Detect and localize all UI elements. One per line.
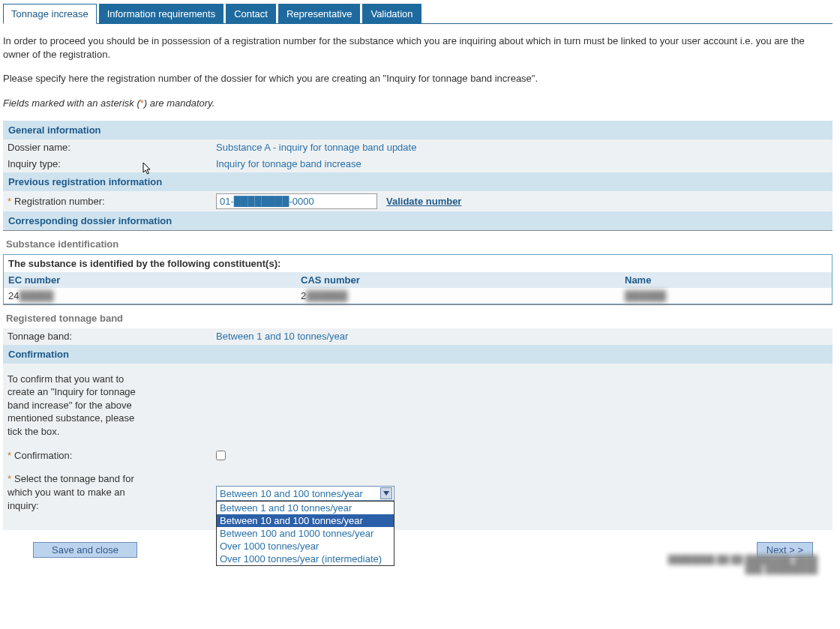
inquiry-type-label: Inquiry type:: [8, 158, 216, 169]
chevron-down-icon: [380, 487, 392, 499]
tonnage-band-dropdown[interactable]: Between 10 and 100 tonnes/year: [216, 486, 394, 501]
confirmation-checkbox[interactable]: [216, 451, 226, 460]
tab-validation[interactable]: Validation: [362, 4, 421, 24]
col-header-name: Name: [620, 272, 832, 288]
dropdown-list: Between 1 and 10 tonnes/year Between 10 …: [216, 501, 394, 566]
intro-paragraph-2: Please specify here the registration num…: [3, 72, 832, 85]
save-and-close-button[interactable]: Save and close: [33, 542, 137, 558]
dropdown-option[interactable]: Over 1000 tonnes/year (intermediate): [217, 553, 394, 565]
inquiry-type-value: Inquiry for tonnage band increase: [216, 158, 362, 169]
tab-bar: Tonnage increase Information requirement…: [3, 3, 832, 24]
table-row: 24█████ 2██████ ██████: [4, 288, 832, 304]
tab-representative[interactable]: Representative: [278, 4, 360, 24]
dropdown-option[interactable]: Between 100 and 1000 tonnes/year: [217, 527, 394, 540]
substance-identification-header: Substance identification: [3, 231, 832, 254]
validate-number-link[interactable]: Validate number: [386, 196, 461, 207]
dossier-name-value: Substance A - inquiry for tonnage band u…: [216, 142, 416, 153]
registration-number-input[interactable]: [216, 193, 377, 209]
section-general-information: General information: [3, 121, 832, 139]
tonnage-band-value: Between 1 and 10 tonnes/year: [216, 331, 348, 342]
col-header-ec: EC number: [4, 272, 296, 288]
intro-paragraph-1: In order to proceed you should be in pos…: [3, 34, 832, 61]
section-corresponding-dossier: Corresponding dossier information: [3, 211, 832, 230]
footer-meta: ████████ ██ ██ ████████ ████ ███ ███████…: [668, 555, 818, 574]
constituent-table: The substance is identified by the follo…: [3, 254, 832, 304]
dropdown-option[interactable]: Between 10 and 100 tonnes/year: [217, 514, 394, 527]
col-header-cas: CAS number: [296, 272, 620, 288]
tab-tonnage-increase[interactable]: Tonnage increase: [3, 4, 97, 24]
section-confirmation: Confirmation: [3, 345, 832, 364]
ec-number-value: 24: [8, 290, 19, 301]
substance-name-value: ██████: [625, 290, 666, 301]
mandatory-note: Fields marked with an asterisk (*) are m…: [3, 97, 832, 110]
dossier-name-label: Dossier name:: [8, 142, 216, 153]
confirmation-instruction: To confirm that you want to create an "I…: [8, 368, 142, 443]
tab-contact[interactable]: Contact: [226, 4, 276, 24]
tab-information-requirements[interactable]: Information requirements: [99, 4, 224, 24]
svg-marker-0: [383, 491, 389, 496]
dropdown-selected-value: Between 10 and 100 tonnes/year: [220, 488, 363, 499]
tonnage-band-label: Tonnage band:: [8, 331, 216, 342]
registration-number-label: *Registration number:: [8, 196, 216, 207]
dropdown-option[interactable]: Between 1 and 10 tonnes/year: [217, 502, 394, 514]
section-previous-registration: Previous registration information: [3, 172, 832, 191]
constituent-title: The substance is identified by the follo…: [4, 255, 832, 272]
dropdown-option[interactable]: Over 1000 tonnes/year: [217, 540, 394, 553]
registered-tonnage-header: Registered tonnage band: [3, 305, 832, 328]
select-tonnage-label: *Select the tonnage band for which you w…: [8, 468, 142, 517]
confirmation-label: *Confirmation:: [8, 450, 216, 461]
